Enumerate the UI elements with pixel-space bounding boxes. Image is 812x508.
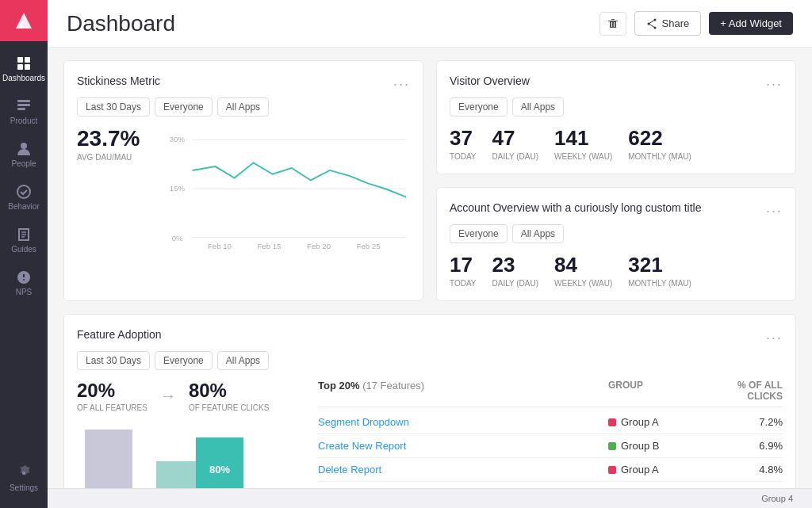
svg-point-9: [21, 143, 27, 149]
visitor-today-label: TODAY: [450, 152, 477, 161]
group-label-1: Group B: [621, 440, 659, 452]
svg-text:Feb 15: Feb 15: [258, 242, 282, 250]
feature-filter-segment[interactable]: Everyone: [155, 351, 213, 370]
footer: Group 4: [48, 488, 812, 508]
sidebar-item-nps[interactable]: NPS: [0, 262, 48, 304]
svg-rect-4: [17, 64, 23, 70]
sidebar: Dashboards Product People Behavior Guide…: [0, 0, 48, 508]
behavior-icon: [16, 184, 32, 200]
stickiness-filter-app[interactable]: All Apps: [217, 97, 269, 116]
visitor-mau-number: 622: [628, 126, 691, 151]
delete-button[interactable]: [599, 12, 626, 36]
sidebar-item-guides[interactable]: Guides: [0, 219, 48, 262]
group-label-2: Group A: [621, 464, 659, 476]
people-icon: [16, 141, 32, 157]
sidebar-label-dashboards: Dashboards: [2, 74, 45, 82]
account-stats-row: 17 TODAY 23 DAILY (DAU) 84 WEEKLY (WAU) …: [450, 253, 783, 288]
sidebar-item-product[interactable]: Product: [0, 90, 48, 133]
account-stat-today: 17 TODAY: [450, 253, 477, 288]
svg-text:Feb 20: Feb 20: [307, 242, 331, 250]
account-filter-app[interactable]: All Apps: [512, 224, 564, 243]
account-overview-card: Account Overview with a curiously long c…: [436, 187, 796, 301]
account-wau-label: WEEKLY (WAU): [554, 279, 612, 288]
feature-table-title: Top 20% (17 Features): [318, 380, 608, 402]
svg-line-14: [649, 20, 655, 24]
add-widget-button[interactable]: + Add Widget: [709, 12, 793, 35]
feature-table-header: Top 20% (17 Features) Group % of All Cli…: [318, 380, 783, 407]
feature-group-1: Group B: [608, 440, 703, 452]
feature-col-pct-header: % of All Clicks: [703, 380, 783, 402]
share-button[interactable]: Share: [634, 11, 702, 36]
account-stat-wau: 84 WEEKLY (WAU): [554, 253, 612, 288]
sidebar-label-guides: Guides: [11, 245, 36, 254]
sidebar-item-dashboards[interactable]: Dashboards: [0, 48, 48, 90]
feature-adoption-menu-button[interactable]: ...: [766, 327, 783, 342]
svg-rect-3: [25, 57, 30, 63]
logo-icon: [13, 10, 35, 32]
table-row: Delete Report Group A 4.8%: [318, 458, 783, 482]
feature-adoption-content: 20% OF ALL FEATURES → 80% OF FEATURE CLI…: [77, 380, 783, 488]
visitor-stat-mau: 622 MONTHLY (MAU): [628, 126, 691, 161]
stickiness-metric-card: Stickiness Metric ... Last 30 Days Every…: [63, 60, 423, 301]
feature-left-section: 20% OF ALL FEATURES → 80% OF FEATURE CLI…: [77, 380, 299, 488]
account-mau-label: MONTHLY (MAU): [628, 279, 691, 288]
svg-rect-27: [156, 461, 196, 488]
svg-rect-6: [17, 100, 30, 102]
sidebar-label-product: Product: [10, 116, 37, 125]
stickiness-filter-segment[interactable]: Everyone: [155, 97, 213, 116]
sidebar-item-settings[interactable]: Settings: [0, 457, 48, 500]
feature-table-title-text: Top 20%: [318, 380, 360, 392]
visitor-dau-label: DAILY (DAU): [492, 152, 539, 161]
feature-group-2: Group A: [608, 464, 703, 476]
account-dau-number: 23: [492, 253, 539, 277]
svg-rect-5: [25, 64, 30, 70]
svg-text:80%: 80%: [209, 464, 230, 476]
feature-table-subtitle: (17 Features): [362, 380, 424, 392]
table-row: Segment Dropdown Group A 7.2%: [318, 411, 783, 434]
share-label: Share: [662, 17, 690, 29]
visitor-stat-today: 37 TODAY: [450, 126, 477, 161]
stickiness-menu-button[interactable]: ...: [393, 74, 410, 88]
visitor-filters: Everyone All Apps: [450, 97, 783, 116]
sidebar-label-behavior: Behavior: [8, 202, 39, 211]
group-dot-1: [608, 442, 616, 450]
feature-stat-left-number: 20%: [77, 380, 147, 402]
svg-text:0%: 0%: [172, 234, 183, 243]
visitor-mau-label: MONTHLY (MAU): [628, 152, 691, 161]
svg-point-10: [17, 185, 30, 198]
feature-stat-left: 20% OF ALL FEATURES: [77, 380, 147, 412]
page-title: Dashboard: [67, 11, 599, 36]
svg-text:Feb 10: Feb 10: [208, 242, 232, 250]
footer-text: Group 4: [761, 494, 793, 503]
table-row: Change Password Group C 4.6%: [318, 482, 783, 488]
visitor-filter-segment[interactable]: Everyone: [450, 97, 508, 116]
account-today-label: TODAY: [450, 279, 477, 288]
account-dau-label: DAILY (DAU): [492, 279, 539, 288]
stickiness-filter-period[interactable]: Last 30 Days: [77, 97, 150, 116]
feature-filter-period[interactable]: Last 30 Days: [77, 351, 150, 370]
visitor-menu-button[interactable]: ...: [766, 74, 783, 88]
account-wau-number: 84: [554, 253, 612, 277]
visitor-wau-label: WEEKLY (WAU): [554, 152, 612, 161]
group-dot-0: [608, 418, 616, 426]
account-menu-button[interactable]: ...: [766, 201, 783, 215]
feature-adoption-header: Feature Adoption ...: [77, 327, 783, 342]
visitor-card-title: Visitor Overview: [450, 74, 530, 87]
main-content: Dashboard Share + Add Widget: [48, 0, 812, 508]
feature-name-1[interactable]: Create New Report: [318, 440, 608, 452]
account-card-title: Account Overview with a curiously long c…: [450, 201, 701, 214]
feature-stat-left-label: OF ALL FEATURES: [77, 403, 147, 412]
svg-line-15: [649, 24, 655, 28]
sidebar-item-behavior[interactable]: Behavior: [0, 176, 48, 219]
account-stat-dau: 23 DAILY (DAU): [492, 253, 539, 288]
feature-name-0[interactable]: Segment Dropdown: [318, 416, 608, 428]
feature-name-2[interactable]: Delete Report: [318, 464, 608, 476]
sidebar-label-people: People: [11, 159, 36, 168]
stickiness-card-header: Stickiness Metric ...: [77, 74, 410, 88]
account-filter-segment[interactable]: Everyone: [450, 224, 508, 243]
feature-filter-app[interactable]: All Apps: [217, 351, 269, 370]
visitor-filter-app[interactable]: All Apps: [512, 97, 564, 116]
app-logo[interactable]: [0, 0, 48, 41]
stickiness-big-number: 23.7%: [77, 126, 156, 151]
sidebar-item-people[interactable]: People: [0, 133, 48, 176]
